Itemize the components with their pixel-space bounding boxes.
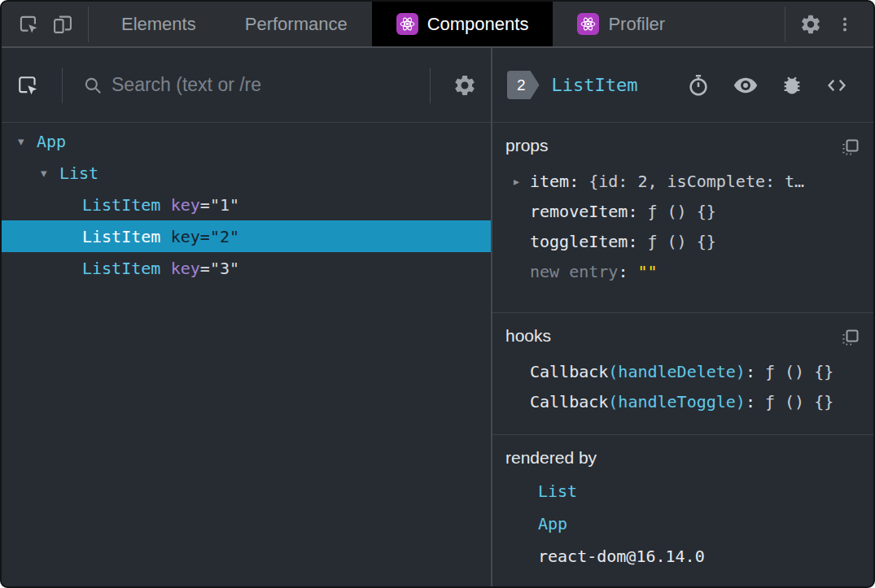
- component-name: ListItem: [82, 259, 160, 278]
- settings-button[interactable]: [794, 2, 828, 46]
- colon: :: [746, 362, 755, 381]
- tree-row-app[interactable]: ▾ App: [2, 125, 491, 157]
- tree-row-listitem-3[interactable]: ListItem key ="3": [2, 252, 491, 284]
- prop-row-removeitem[interactable]: removeItem: ƒ () {}: [505, 196, 860, 226]
- inspector-pane: 2 ListItem: [492, 48, 873, 586]
- inspector-actions: [686, 72, 849, 99]
- tree-settings-button[interactable]: [439, 73, 491, 98]
- colon: :: [628, 232, 637, 251]
- tree-row-list[interactable]: ▾ List: [2, 157, 491, 189]
- new-entry-value-input[interactable]: "": [637, 262, 657, 281]
- react-logo-icon: [396, 13, 418, 35]
- copy-icon: [841, 137, 860, 157]
- hook-row-handledelete[interactable]: Callback(handleDelete): ƒ () {}: [505, 356, 860, 386]
- tab-elements[interactable]: Elements: [97, 2, 221, 46]
- inspect-cursor-icon: [15, 73, 40, 98]
- prop-name: removeItem: [530, 202, 628, 221]
- stopwatch-icon: [686, 73, 711, 98]
- rendered-by-item: App: [505, 507, 860, 540]
- hook-name: Callback: [530, 392, 608, 412]
- prop-row-toggleitem[interactable]: toggleItem: ƒ () {}: [505, 226, 860, 256]
- divider: [785, 7, 785, 42]
- devtools-topbar: Elements Performance Components: [2, 2, 873, 48]
- inspect-cursor-icon: [17, 13, 40, 36]
- hooks-list: Callback(handleDelete): ƒ () {} Callback…: [505, 356, 860, 416]
- log-to-console-button[interactable]: [781, 74, 803, 97]
- collapse-arrow-icon[interactable]: ▾: [18, 134, 37, 149]
- device-toolbar-button[interactable]: [46, 2, 80, 46]
- props-section: props ▸ item: {id: 2, i: [492, 123, 873, 313]
- prop-value: ƒ () {}: [647, 232, 715, 251]
- search-input[interactable]: [110, 73, 422, 97]
- colon: :: [569, 172, 579, 191]
- owner-link-list[interactable]: List: [538, 481, 577, 501]
- renderer-version-label: react-dom@16.14.0: [538, 547, 705, 566]
- collapse-arrow-icon[interactable]: ▾: [41, 166, 59, 181]
- inspector-header: 2 ListItem: [492, 48, 873, 123]
- colon: :: [618, 262, 628, 281]
- prop-name: toggleItem: [530, 232, 628, 251]
- component-name: ListItem: [82, 227, 160, 246]
- prop-value: {id: 2, isComplete: t…: [588, 172, 804, 191]
- topbar-spacer: [689, 2, 777, 46]
- search-icon: [82, 75, 103, 96]
- key-attribute: key: [171, 259, 200, 278]
- component-name: ListItem: [82, 195, 160, 215]
- copy-icon: [841, 328, 860, 347]
- hook-name: Callback: [530, 362, 608, 381]
- kebab-menu-icon: [835, 15, 855, 34]
- key-value: ="2": [200, 227, 239, 246]
- inspect-element-button[interactable]: [11, 2, 46, 46]
- element-id-badge: 2: [507, 71, 540, 99]
- tab-components[interactable]: Components: [372, 2, 553, 46]
- copy-hooks-button[interactable]: [841, 328, 860, 347]
- divider: [62, 68, 63, 103]
- tab-label: Profiler: [608, 14, 665, 35]
- inspect-dom-button[interactable]: [732, 72, 759, 99]
- divider: [88, 7, 89, 42]
- components-panel: ▾ App ▾ List ListItem key ="1" ListItem …: [2, 48, 873, 586]
- view-source-button[interactable]: [825, 73, 849, 98]
- device-toolbar-icon: [51, 13, 74, 36]
- tree-row-listitem-2-selected[interactable]: ListItem key ="2": [2, 220, 491, 252]
- suspense-toggle-button[interactable]: [686, 73, 711, 98]
- eye-icon: [732, 72, 759, 99]
- more-menu-button[interactable]: [828, 2, 862, 46]
- owner-link-app[interactable]: App: [538, 514, 567, 534]
- react-logo-icon: [577, 13, 599, 35]
- key-value: ="1": [200, 195, 239, 215]
- prop-name: item: [530, 172, 569, 191]
- new-prop-entry-row[interactable]: new entry: "": [505, 256, 860, 286]
- tab-label: Components: [427, 14, 529, 35]
- tree-pane: ▾ App ▾ List ListItem key ="1" ListItem …: [2, 48, 492, 586]
- rendered-by-item: List: [505, 475, 860, 507]
- hook-callback-name: (handleDelete): [608, 362, 746, 381]
- expand-arrow-icon[interactable]: ▸: [514, 175, 530, 188]
- hooks-section: hooks Callback(handleDelete): ƒ (): [492, 313, 873, 435]
- colon: :: [628, 202, 637, 221]
- key-attribute: key: [171, 227, 200, 246]
- hook-value: ƒ () {}: [765, 392, 833, 412]
- tree-row-listitem-1[interactable]: ListItem key ="1": [2, 189, 491, 220]
- topbar-icon-group: [2, 2, 97, 46]
- select-component-button[interactable]: [2, 73, 54, 98]
- topbar-right-group: [777, 2, 873, 46]
- prop-row-item[interactable]: ▸ item: {id: 2, isComplete: t…: [505, 166, 860, 196]
- tab-performance[interactable]: Performance: [221, 2, 372, 46]
- tab-label: Elements: [121, 14, 196, 35]
- new-entry-label: new entry: [530, 262, 618, 281]
- props-section-title: props: [505, 136, 549, 155]
- tree-toolbar: [2, 48, 491, 123]
- hook-row-handletoggle[interactable]: Callback(handleToggle): ƒ () {}: [505, 386, 860, 416]
- rendered-by-section: rendered by List App react-dom@16.14.0: [492, 435, 873, 586]
- devtools-window: Elements Performance Components: [0, 0, 875, 588]
- hook-value: ƒ () {}: [765, 362, 833, 381]
- rendered-by-list: List App react-dom@16.14.0: [505, 475, 860, 573]
- component-name: App: [37, 132, 66, 151]
- gear-icon: [799, 13, 822, 36]
- tab-profiler[interactable]: Profiler: [553, 2, 689, 46]
- rendered-by-section-title: rendered by: [505, 448, 597, 468]
- tab-label: Performance: [245, 14, 348, 35]
- props-list: ▸ item: {id: 2, isComplete: t… removeIte…: [505, 166, 860, 286]
- copy-props-button[interactable]: [841, 137, 860, 157]
